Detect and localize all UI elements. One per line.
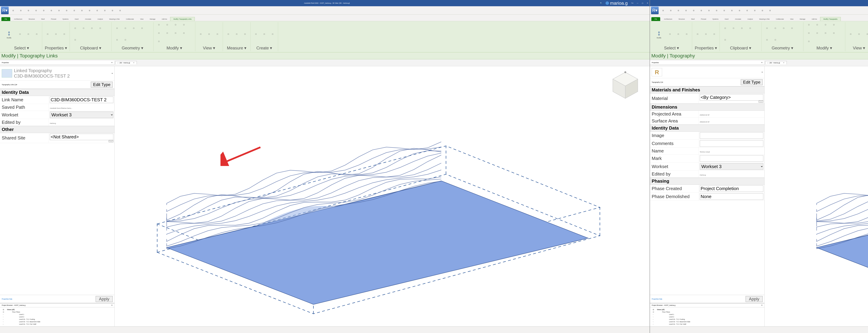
tree-node[interactable]: Level 1: [2, 313, 113, 315]
qat-print-button[interactable]: ▫: [48, 7, 55, 13]
qat-button[interactable]: ▫: [102, 7, 108, 13]
qat-open-button[interactable]: ▫: [660, 7, 666, 13]
modify-button[interactable]: ↕Modify: [3, 25, 15, 43]
ribbon-button[interactable]: ▢: [721, 36, 729, 43]
property-value-input[interactable]: [700, 155, 763, 162]
ribbon-button[interactable]: ▢: [666, 30, 674, 38]
property-value-select[interactable]: Workset 3: [50, 111, 113, 118]
qat-redo-button[interactable]: ▫: [41, 7, 47, 13]
ribbon-button[interactable]: ▢: [813, 21, 821, 28]
ribbon-button[interactable]: ▢: [180, 21, 187, 28]
ribbon-button[interactable]: ▢: [44, 30, 51, 38]
property-browse-button[interactable]: …: [758, 101, 763, 103]
ribbon-tab[interactable]: Add-Ins: [158, 17, 170, 21]
ribbon-tab[interactable]: Modify | Topography: [820, 17, 841, 21]
ribbon-tab[interactable]: Manage: [797, 17, 809, 21]
qat-measure-button[interactable]: ▫: [706, 7, 712, 13]
properties-help-link[interactable]: Properties help: [2, 298, 12, 300]
app-menu-button[interactable]: R▾: [1, 7, 9, 14]
qat-sync-button[interactable]: ▫: [25, 7, 32, 13]
ribbon-button[interactable]: ▢: [805, 38, 812, 45]
ribbon-button[interactable]: ▢: [155, 38, 162, 45]
user-menu[interactable]: marioa.g: [606, 1, 627, 6]
palette-close-icon[interactable]: ✕: [111, 62, 113, 64]
property-group-header[interactable]: Dimensions: [650, 104, 764, 111]
property-group-header[interactable]: Other: [0, 126, 115, 133]
chevron-down-icon[interactable]: ▾: [112, 72, 113, 74]
qat-button[interactable]: ▫: [64, 7, 70, 13]
ribbon-tab[interactable]: Structure: [676, 17, 688, 21]
ribbon-button[interactable]: ▢: [52, 30, 60, 38]
ribbon-button[interactable]: ▢: [16, 30, 24, 38]
view-tab[interactable]: ⌂ {3D - marioa.g} ✕: [115, 61, 137, 64]
ribbon-button[interactable]: ▢: [269, 30, 276, 38]
ribbon-button[interactable]: ▢: [763, 36, 771, 43]
qat-button[interactable]: ▫: [736, 7, 743, 13]
property-group-header[interactable]: Identity Data: [0, 89, 115, 96]
property-value-input[interactable]: [700, 132, 763, 139]
ribbon-button[interactable]: ▢: [130, 25, 137, 32]
home-icon[interactable]: ⌂: [118, 62, 118, 64]
ribbon-tab[interactable]: Steel: [688, 17, 698, 21]
modify-button[interactable]: ↕Modify: [653, 25, 665, 43]
ribbon-button[interactable]: ▢: [172, 21, 179, 28]
ribbon-button[interactable]: ▢: [61, 30, 68, 38]
qat-button[interactable]: ▫: [729, 7, 735, 13]
qat-button[interactable]: ▫: [117, 7, 123, 13]
ribbon-button[interactable]: ▢: [721, 25, 729, 32]
ribbon-button[interactable]: ▢: [855, 30, 863, 38]
selection-filter[interactable]: Topography (1): [652, 81, 662, 83]
qat-button[interactable]: ▫: [713, 7, 720, 13]
ribbon-tab[interactable]: Systems: [59, 17, 72, 21]
selection-filter[interactable]: Topography Links (1): [2, 84, 16, 86]
help-icon[interactable]: ? ▾: [631, 2, 633, 4]
ribbon-button[interactable]: ▢: [96, 25, 104, 32]
edit-type-button[interactable]: Edit Type: [91, 82, 113, 88]
qat-button[interactable]: ▫: [744, 7, 750, 13]
ribbon-button[interactable]: ▢: [225, 30, 232, 38]
type-selector[interactable]: Linked TopographyC3D-BIM360DOCS-TEST 2▾: [0, 66, 115, 81]
property-value-input[interactable]: [50, 97, 113, 103]
ribbon-button[interactable]: ▢: [33, 30, 40, 38]
property-browse-button[interactable]: …: [109, 140, 113, 142]
ribbon-button[interactable]: ▢: [252, 30, 259, 38]
tree-node[interactable]: Views (all): [652, 308, 763, 311]
ribbon-tab[interactable]: Precast: [48, 17, 60, 21]
ribbon-button[interactable]: ▢: [88, 25, 95, 32]
ribbon-button[interactable]: ▢: [847, 30, 854, 38]
ribbon-button[interactable]: ▢: [788, 25, 796, 32]
ribbon-tab[interactable]: Manage: [147, 17, 159, 21]
chevron-down-icon[interactable]: ▾: [662, 81, 663, 83]
ribbon-button[interactable]: ▢: [122, 25, 129, 32]
palette-close-icon[interactable]: ✕: [761, 62, 763, 64]
qat-undo-button[interactable]: ▫: [33, 7, 39, 13]
type-name[interactable]: Linked TopographyC3D-BIM360DOCS-TEST 2: [14, 68, 110, 79]
file-tab[interactable]: File: [651, 17, 660, 21]
ribbon-button[interactable]: ▢: [180, 29, 187, 37]
property-group-header[interactable]: Materials and Finishes: [650, 87, 764, 94]
properties-help-link[interactable]: Properties help: [652, 298, 662, 300]
ribbon-button[interactable]: ▢: [214, 30, 221, 38]
maximize-button[interactable]: ▢: [642, 2, 643, 4]
tree-node[interactable]: Floor Plans: [2, 311, 113, 313]
palette-close-icon[interactable]: ✕: [111, 304, 113, 306]
ribbon-tab[interactable]: Insert: [72, 17, 82, 21]
tree-node[interactable]: Level 02 - T.O. Footing: [652, 318, 763, 321]
property-value-input[interactable]: [700, 186, 763, 192]
ribbon-button[interactable]: ▢: [763, 25, 771, 32]
qat-measure-button[interactable]: ▫: [56, 7, 62, 13]
ribbon-button[interactable]: ▢: [711, 30, 718, 38]
ribbon-tab[interactable]: Modify | Topography Links: [170, 17, 195, 21]
chevron-down-icon[interactable]: ▾: [762, 71, 763, 73]
view-tab[interactable]: ⌂ {3D - marioa.g} ✕: [765, 61, 787, 64]
ribbon-button[interactable]: ▢: [746, 25, 754, 32]
search-icon[interactable]: 🔍: [600, 2, 602, 4]
ribbon-tab[interactable]: Precast: [698, 17, 710, 21]
ribbon-button[interactable]: ▢: [122, 36, 129, 43]
ribbon-button[interactable]: ▢: [241, 30, 249, 38]
qat-print-button[interactable]: ▫: [698, 7, 705, 13]
ribbon-button[interactable]: ▢: [138, 25, 146, 32]
ribbon-tab[interactable]: Insert: [722, 17, 732, 21]
ribbon-button[interactable]: ▢: [694, 30, 701, 38]
ribbon-tab[interactable]: Collaborate: [773, 17, 787, 21]
